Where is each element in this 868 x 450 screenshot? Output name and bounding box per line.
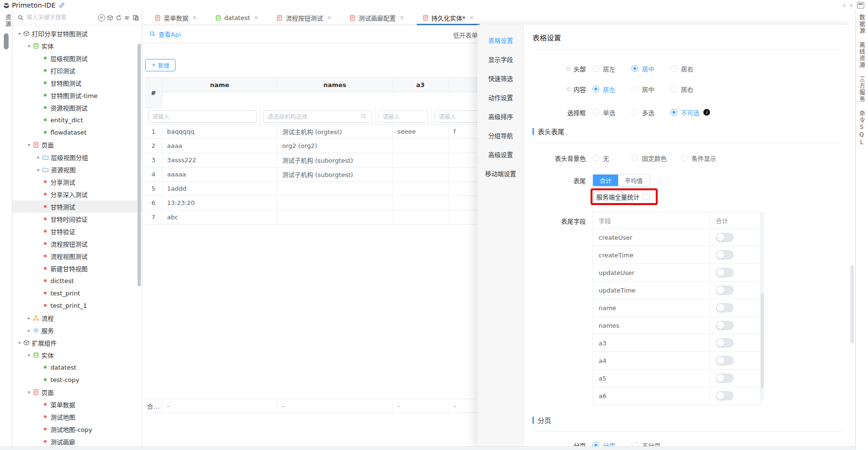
toggle-switch[interactable] xyxy=(716,250,734,260)
filter-input[interactable]: 请输入 xyxy=(148,110,257,123)
tree-item[interactable]: entity_dict xyxy=(12,114,142,126)
add-button[interactable]: +新增 xyxy=(145,59,176,71)
tree-item[interactable]: ▾页面 xyxy=(12,138,142,151)
expand-arrow-icon[interactable]: ▸ xyxy=(26,328,32,333)
tree-item[interactable]: test_print_1 xyxy=(12,299,142,312)
seg-tab[interactable]: 合计 xyxy=(593,175,618,186)
tree-item[interactable]: 测试地图 xyxy=(12,411,142,423)
close-icon[interactable]: × xyxy=(469,14,474,21)
radio-option[interactable]: 居中 xyxy=(631,85,656,94)
radio-option[interactable]: 居左 xyxy=(592,85,617,94)
search-input[interactable] xyxy=(26,14,96,21)
tree-item[interactable]: 流程视图测试 xyxy=(12,250,142,262)
radio-option[interactable]: 居右 xyxy=(671,64,695,73)
expand-arrow-icon[interactable]: ▸ xyxy=(26,315,32,321)
radio-option[interactable]: 居右 xyxy=(671,85,695,94)
save-layout-icon[interactable] xyxy=(857,2,864,9)
left-dock-indicator[interactable] xyxy=(4,33,9,49)
radio-option[interactable]: 分页 xyxy=(592,441,617,447)
tree-item[interactable]: 甘特图测试 xyxy=(12,77,142,89)
ai-icon[interactable]: AI xyxy=(97,13,106,22)
tree-item[interactable]: ▸流程 xyxy=(12,312,142,324)
refresh-icon[interactable] xyxy=(114,13,123,22)
filter-input[interactable]: 请选择机构选择 xyxy=(263,110,372,123)
radio-option[interactable]: 不可选i xyxy=(671,108,710,117)
tree-item[interactable]: ▾实体 xyxy=(12,39,142,52)
radio-option[interactable]: 多选 xyxy=(631,108,656,117)
view-api-link[interactable]: 查看Api xyxy=(148,29,181,39)
right-dock-tab[interactable]: 数据源 xyxy=(858,14,866,34)
tree-item[interactable]: 甘特验证 xyxy=(12,225,142,237)
cube-add-icon[interactable] xyxy=(106,13,114,22)
drawer-menu-item[interactable]: 表格设置 xyxy=(478,30,523,49)
drawer-menu-item[interactable]: 高级设置 xyxy=(478,145,523,164)
tree-item[interactable]: ▾实体 xyxy=(12,349,142,361)
tree-scrollbar[interactable] xyxy=(138,44,141,286)
radio-option[interactable]: 不分页 xyxy=(631,441,661,447)
fields-table-scrollbar[interactable] xyxy=(760,212,764,401)
toggle-switch[interactable] xyxy=(716,356,734,365)
right-dock-tab[interactable]: 三方服务 xyxy=(858,76,866,103)
tree-item[interactable]: 打印测试 xyxy=(12,64,142,77)
tree-item[interactable]: ▾扩展组件 xyxy=(12,336,142,349)
editor-tab[interactable]: 测试画廊配置× xyxy=(344,10,410,25)
low-code-form-label[interactable]: 低开表单 xyxy=(453,30,478,39)
tree-item[interactable]: 甘特测试 xyxy=(12,200,142,213)
editor-tab[interactable]: datatest× xyxy=(209,10,264,25)
right-dock-tab[interactable]: 命令SQL xyxy=(858,110,866,147)
toggle-switch[interactable] xyxy=(716,285,734,295)
collapse-arrow-icon[interactable]: ▾ xyxy=(26,352,32,358)
toggle-switch[interactable] xyxy=(716,373,734,383)
toggle-switch[interactable] xyxy=(716,268,734,277)
radio-option[interactable]: 条件显示 xyxy=(681,154,716,163)
close-icon[interactable]: × xyxy=(399,14,404,21)
collapse-arrow-icon[interactable]: ▾ xyxy=(16,340,23,345)
tree-item[interactable]: 菜单数据 xyxy=(12,398,142,411)
seg-tab[interactable]: 平均值 xyxy=(618,175,650,186)
expand-arrow-icon[interactable]: ▸ xyxy=(35,167,42,172)
editor-tab[interactable]: 流程按钮测试× xyxy=(271,10,337,25)
drawer-menu-item[interactable]: 移动端设置 xyxy=(478,164,523,183)
tree-item[interactable]: ▸服务 xyxy=(12,324,142,336)
tree-item[interactable]: test_print xyxy=(12,287,142,299)
expand-arrow-icon[interactable]: ▸ xyxy=(35,155,42,160)
drawer-menu-item[interactable]: 高级排序 xyxy=(478,107,523,126)
close-icon[interactable]: × xyxy=(192,14,197,21)
radio-option[interactable]: 居左 xyxy=(592,64,617,73)
tree-item[interactable]: 测试画廊 xyxy=(12,435,142,446)
tree-item[interactable]: 甘特图测试-time xyxy=(12,89,142,101)
horizontal-scrollbar-track[interactable] xyxy=(0,446,855,450)
left-dock-resources-tab[interactable]: 资源 xyxy=(0,14,12,28)
tree-item[interactable]: 分享测试 xyxy=(12,176,142,188)
radio-option[interactable]: 单选 xyxy=(592,108,617,117)
drawer-menu-item[interactable]: 快速筛选 xyxy=(478,68,523,88)
toggle-switch[interactable] xyxy=(716,233,734,242)
toggle-switch[interactable] xyxy=(716,303,734,313)
toggle-switch[interactable] xyxy=(716,391,734,401)
forward-chevron-icon[interactable]: › xyxy=(850,2,853,9)
outline-icon[interactable] xyxy=(123,13,131,22)
tree-item[interactable]: ▾页面 xyxy=(12,386,142,398)
radio-option[interactable]: 居中 xyxy=(631,64,656,73)
toggle-switch[interactable] xyxy=(716,338,734,348)
collapse-arrow-icon[interactable]: ▾ xyxy=(26,43,32,49)
tree-item[interactable]: 流程按钮测试 xyxy=(12,237,142,250)
tree-item[interactable]: 层级视图测试 xyxy=(12,52,142,64)
close-icon[interactable]: × xyxy=(326,14,331,21)
radio-option[interactable]: 固定颜色 xyxy=(631,154,667,163)
back-chevron-icon[interactable]: ‹ xyxy=(843,2,846,9)
tree-item[interactable]: ▸层级视图分组 xyxy=(12,151,142,163)
editor-tab[interactable]: 菜单数据× xyxy=(149,10,203,25)
collapse-arrow-icon[interactable]: ▾ xyxy=(16,31,23,36)
tree-item[interactable]: dicttest xyxy=(12,274,142,287)
collapse-arrow-icon[interactable]: ▾ xyxy=(26,390,32,395)
link-icon[interactable] xyxy=(59,2,65,9)
tree-item[interactable]: datatest xyxy=(12,361,142,373)
drawer-menu-item[interactable]: 显示字段 xyxy=(478,49,523,68)
tree-item[interactable]: 甘特时间验证 xyxy=(12,213,142,225)
tree-item[interactable]: ▾打印分享甘特图测试 xyxy=(12,27,142,39)
server-stat-checkbox[interactable] xyxy=(643,194,650,200)
right-dock-tab[interactable]: 离线资源 xyxy=(858,42,866,68)
drawer-scrollbar[interactable] xyxy=(850,265,854,343)
tree-item[interactable]: ▸资源视图 xyxy=(12,163,142,176)
